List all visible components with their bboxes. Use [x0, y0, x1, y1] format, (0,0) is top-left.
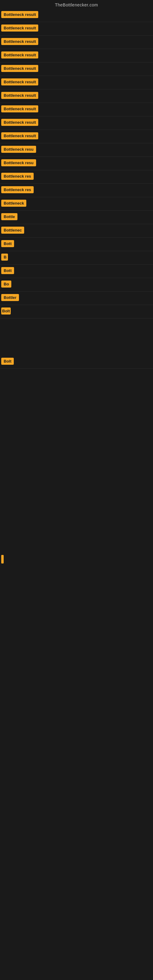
result-row-22: Bottler — [0, 291, 153, 305]
result-row-21: Bo — [0, 278, 153, 291]
bottleneck-badge-7[interactable]: Bottleneck result — [1, 92, 38, 99]
bottom-spacer — [0, 567, 153, 720]
result-row-3: Bottleneck result — [0, 35, 153, 49]
result-row-4: Bottleneck result — [0, 49, 153, 62]
bottom-indicator-section — [0, 552, 153, 567]
bottleneck-badge-21[interactable]: Bo — [1, 280, 11, 288]
bottleneck-badge-17[interactable]: Bottlenec — [1, 227, 24, 234]
bottleneck-badge-24[interactable]: Bolt — [1, 358, 14, 365]
result-row-9: Bottleneck result — [0, 116, 153, 130]
result-row-14: Bottleneck res — [0, 184, 153, 197]
bottleneck-badge-15[interactable]: Bottleneck — [1, 200, 26, 207]
bottleneck-badge-1[interactable]: Bottleneck result — [1, 11, 38, 18]
result-row-23: Bolt — [0, 305, 153, 318]
large-spacer — [0, 369, 153, 552]
bottleneck-badge-5[interactable]: Bottleneck result — [1, 65, 38, 72]
bottleneck-badge-11[interactable]: Bottleneck resu — [1, 146, 36, 153]
result-row-6: Bottleneck result — [0, 76, 153, 89]
result-row-13: Bottleneck res — [0, 170, 153, 184]
bottleneck-badge-8[interactable]: Bottleneck result — [1, 105, 38, 112]
bottleneck-badge-9[interactable]: Bottleneck result — [1, 119, 38, 126]
result-row-24: Bolt — [0, 355, 153, 369]
tiny-indicator-badge — [1, 555, 4, 563]
bottleneck-badge-23[interactable]: Bolt — [1, 307, 11, 315]
result-row-15: Bottleneck — [0, 197, 153, 211]
result-row-16: Bottle — [0, 211, 153, 224]
bottleneck-badge-16[interactable]: Bottle — [1, 213, 18, 220]
bottleneck-badge-18[interactable]: Bott — [1, 240, 14, 247]
bottleneck-badge-10[interactable]: Bottleneck result — [1, 132, 38, 139]
result-row-5: Bottleneck result — [0, 62, 153, 76]
bottleneck-badge-19[interactable]: B — [1, 254, 8, 261]
result-row-18: Bott — [0, 238, 153, 251]
result-row-20: Bott — [0, 265, 153, 278]
spacer-1 — [0, 318, 153, 355]
result-row-1: Bottleneck result — [0, 9, 153, 22]
result-row-11: Bottleneck resu — [0, 143, 153, 157]
result-row-8: Bottleneck result — [0, 103, 153, 116]
result-row-10: Bottleneck result — [0, 130, 153, 143]
bottleneck-badge-22[interactable]: Bottler — [1, 294, 19, 301]
result-row-12: Bottleneck resu — [0, 157, 153, 170]
bottleneck-badge-2[interactable]: Bottleneck result — [1, 24, 38, 32]
bottleneck-badge-4[interactable]: Bottleneck result — [1, 51, 38, 59]
result-row-2: Bottleneck result — [0, 22, 153, 35]
result-row-7: Bottleneck result — [0, 89, 153, 103]
result-row-17: Bottlenec — [0, 224, 153, 238]
site-title: TheBottlenecker.com — [0, 0, 153, 9]
bottleneck-badge-6[interactable]: Bottleneck result — [1, 78, 38, 86]
bottleneck-badge-14[interactable]: Bottleneck res — [1, 186, 33, 193]
bottleneck-badge-20[interactable]: Bott — [1, 267, 14, 274]
bottleneck-badge-13[interactable]: Bottleneck res — [1, 173, 33, 180]
bottleneck-badge-3[interactable]: Bottleneck result — [1, 38, 38, 45]
bottleneck-badge-12[interactable]: Bottleneck resu — [1, 159, 36, 166]
result-row-19: B — [0, 251, 153, 265]
